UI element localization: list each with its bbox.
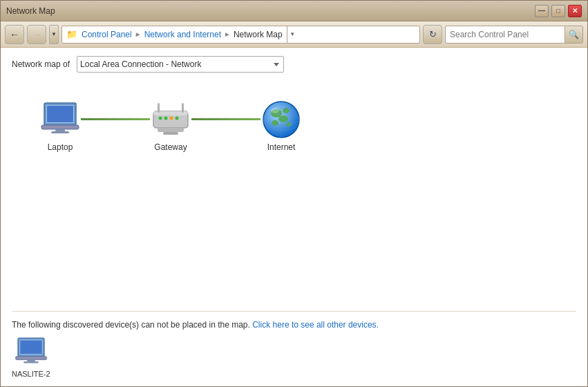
internet-node: Internet [260,100,302,152]
svg-rect-31 [20,340,41,354]
discovered-link[interactable]: Click here to see all other devices. [252,320,379,330]
svg-point-11 [159,116,162,120]
discovered-section: The following discovered device(s) can n… [12,311,576,378]
discovered-devices: NASLITE-2 [12,337,576,378]
gateway-label: Gateway [154,142,187,152]
svg-rect-16 [163,132,178,135]
window-controls: — □ ✕ [535,5,582,17]
naslite2-icon [15,337,48,367]
refresh-button[interactable]: ↻ [423,25,442,44]
laptop-node: Laptop [39,100,81,152]
search-button[interactable]: 🔍 [565,26,582,44]
svg-rect-10 [182,103,184,113]
svg-rect-5 [55,129,65,131]
globe-svg [261,100,301,140]
nav-dropdown-button[interactable]: ▼ [49,25,59,44]
search-input[interactable] [446,30,565,39]
naslite2-label: NASLITE-2 [12,370,50,378]
breadcrumb: 📁 Control Panel ► Network and Internet ►… [61,26,420,44]
content-spacer [12,166,576,311]
internet-icon [260,100,302,138]
svg-point-12 [164,116,168,120]
breadcrumb-current: Network Map [234,30,283,39]
svg-point-13 [170,116,173,120]
gateway-node: Gateway [150,100,191,152]
gateway-icon [150,100,191,138]
laptop-svg [40,102,80,138]
internet-label: Internet [267,142,296,152]
connection-line-2 [191,118,260,120]
breadcrumb-dropdown[interactable]: ▼ [287,26,298,44]
back-button[interactable]: ← [5,25,24,44]
main-window: Network Map — □ ✕ ← → ▼ 📁 Control Panel … [0,0,588,387]
svg-point-14 [176,116,179,120]
svg-rect-6 [51,131,69,133]
svg-rect-32 [27,360,35,361]
svg-rect-30 [17,357,45,359]
svg-rect-9 [158,103,160,113]
svg-point-26 [271,108,279,113]
svg-rect-3 [43,126,77,129]
breadcrumb-control-panel[interactable]: Control Panel [82,30,132,39]
connection-line-1 [81,118,150,120]
nav-bar: ← → ▼ 📁 Control Panel ► Network and Inte… [1,21,587,48]
title-bar: Network Map — □ ✕ [1,1,587,21]
network-map-header: Network map of Local Area Connection - N… [12,56,576,73]
naslite2-svg [15,337,48,367]
forward-button[interactable]: → [27,25,46,44]
gateway-svg [151,102,191,138]
svg-rect-15 [158,128,184,132]
breadcrumb-network-internet[interactable]: Network and Internet [144,30,221,39]
minimize-button[interactable]: — [535,5,549,17]
search-bar: 🔍 [445,26,583,44]
network-diagram: Laptop [12,86,576,166]
laptop-label: Laptop [48,142,73,152]
maximize-button[interactable]: □ [551,5,565,17]
discovered-text: The following discovered device(s) can n… [12,320,576,330]
network-map-select[interactable]: Local Area Connection - Network [77,56,284,73]
close-button[interactable]: ✕ [568,5,582,17]
svg-point-20 [278,115,288,122]
content-area: Network map of Local Area Connection - N… [1,48,587,386]
naslite2-node: NASLITE-2 [12,337,50,378]
svg-rect-4 [47,106,73,122]
laptop-icon [39,100,81,138]
svg-rect-33 [23,361,39,363]
window-title: Network Map [6,6,55,16]
network-map-label: Network map of [12,59,70,69]
